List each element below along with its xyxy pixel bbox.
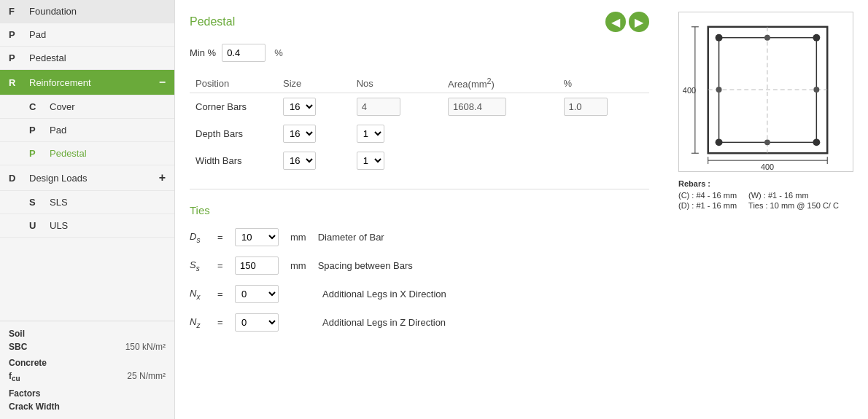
width-size-select[interactable]: 16 10 12 20 25 32 [283,152,316,170]
nx-select[interactable]: 0 1 2 3 4 [235,285,279,303]
sidebar-letter-p4: P [29,148,44,159]
sidebar-item-design-loads[interactable]: D Design Loads + [0,165,174,191]
sidebar-item-pad-child[interactable]: P Pad [0,119,174,142]
min-pct-label: Min % [190,47,216,58]
size-cell-depth: 16 10 12 20 25 32 [277,120,351,147]
sidebar: F Foundation P Pad P Pedestal R Reinforc… [0,0,175,419]
main-content: Pedestal ◀ ▶ Min % % Position Size No [175,0,868,419]
section-header: Pedestal ◀ ▶ [190,12,649,32]
svg-point-17 [813,87,819,93]
pct-cell-width [558,147,649,174]
width-nos-select[interactable]: 1 2 3 4 5 [357,152,384,170]
corner-pct-input [564,98,608,116]
sidebar-info: Soil SBC 150 kN/m² Concrete fcu 25 N/mm²… [0,321,174,419]
svg-rect-9 [719,38,817,143]
nx-symbol: Nx [190,288,212,301]
rebars-title: Rebars : [678,179,853,188]
sidebar-item-pedestal-top[interactable]: P Pedestal [0,47,174,70]
corner-size-select[interactable]: 16 10 12 20 25 32 [283,98,316,116]
section-title-text: Pedestal [190,15,235,28]
col-area: Area(mm2) [442,74,557,93]
fcu-label: fcu [9,371,20,381]
sidebar-item-sls[interactable]: S SLS [0,191,174,214]
col-nos: Nos [351,74,442,93]
svg-point-15 [813,138,820,146]
area-cell-corner [442,93,557,121]
ties-row-ds: Ds = 10 8 12 16 mm Diameter of Bar [190,228,649,246]
sidebar-label-cover: Cover [50,101,166,112]
ss-input[interactable] [235,257,279,275]
ties-row-ss: Ss = mm Spacing between Bars [190,257,649,275]
divider [190,189,649,189]
sidebar-label-design-loads: Design Loads [29,173,159,184]
sidebar-letter-p1: P [9,29,23,40]
svg-point-14 [716,138,723,146]
next-button[interactable]: ▶ [629,12,649,32]
sidebar-item-reinforcement[interactable]: R Reinforcement − [0,70,174,95]
nos-cell-depth: 1 2 3 4 5 [351,120,442,147]
soil-label: Soil [9,329,25,339]
sidebar-item-uls[interactable]: U ULS [0,214,174,238]
col-position: Position [190,74,277,93]
prev-button[interactable]: ◀ [605,12,626,32]
table-row: Width Bars 16 10 12 20 25 32 [190,147,649,174]
sidebar-letter-u: U [29,220,44,231]
nz-select[interactable]: 0 1 2 3 4 [235,313,279,332]
sbc-value: 150 kN/m² [125,342,166,352]
size-cell-corner: 16 10 12 20 25 32 [277,93,351,121]
rebar-w-info: (W) : #1 - 16 mm [748,191,839,200]
nav-arrows: ◀ ▶ [605,12,649,32]
size-cell-width: 16 10 12 20 25 32 [277,147,351,174]
sidebar-letter-p3: P [29,125,44,136]
sidebar-action-reinforcement: − [159,76,166,89]
svg-rect-8 [708,27,828,153]
min-pct-input[interactable] [222,44,266,62]
right-panel: 400 400 [664,0,868,419]
sidebar-label-pedestal-child: Pedestal [50,148,166,159]
sidebar-item-pad-top[interactable]: P Pad [0,23,174,47]
sbc-label: SBC [9,342,27,352]
sidebar-label-pad-child: Pad [50,125,166,136]
factors-label: Factors [9,388,40,399]
svg-point-16 [716,87,722,93]
nx-desc: Additional Legs in X Direction [322,289,446,299]
depth-nos-select[interactable]: 1 2 3 4 5 [357,125,384,143]
nz-desc: Additional Legs in Z Direction [322,317,446,328]
sidebar-item-foundation[interactable]: F Foundation [0,0,174,23]
sidebar-action-design-loads: + [159,171,166,184]
position-width-bars: Width Bars [190,147,277,174]
pct-cell-depth [558,120,649,147]
sidebar-item-cover[interactable]: C Cover [0,95,174,119]
min-pct-unit: % [274,47,283,58]
sidebar-letter-s: S [29,197,44,208]
sidebar-label-reinforcement: Reinforcement [29,77,159,88]
rebar-c-info: (C) : #4 - 16 mm [678,191,737,200]
ds-select[interactable]: 10 8 12 16 [235,228,279,246]
ds-desc: Diameter of Bar [318,232,384,243]
sidebar-item-pedestal-child[interactable]: P Pedestal [0,142,174,165]
area-cell-depth [442,120,557,147]
sidebar-letter-r: R [9,77,23,88]
svg-point-13 [813,34,820,42]
ties-row-nz: Nz = 0 1 2 3 4 Additional Legs in Z Dire… [190,313,649,332]
sidebar-label-foundation: Foundation [29,6,166,17]
depth-size-select[interactable]: 16 10 12 20 25 32 [283,125,316,143]
svg-point-18 [764,35,770,41]
crack-width-label: Crack Width [9,402,60,412]
sidebar-label-pad-top: Pad [29,29,166,40]
sidebar-letter-p2: P [9,52,23,63]
nos-cell-corner [351,93,442,121]
table-row: Depth Bars 16 10 12 20 25 32 [190,120,649,147]
sidebar-letter-c: C [29,101,44,112]
content-area: Pedestal ◀ ▶ Min % % Position Size No [175,0,868,419]
nz-symbol: Nz [190,316,212,329]
nos-cell-width: 1 2 3 4 5 [351,147,442,174]
center-panel: Pedestal ◀ ▶ Min % % Position Size No [175,0,664,419]
svg-text:400: 400 [683,86,696,95]
col-pct: % [558,74,649,93]
diagram-container: 400 400 [678,12,853,172]
rebar-table: Position Size Nos Area(mm2) % Corner Bar… [190,74,649,174]
min-pct-row: Min % % [190,44,649,62]
concrete-label: Concrete [9,358,47,368]
ds-symbol: Ds [190,231,212,244]
